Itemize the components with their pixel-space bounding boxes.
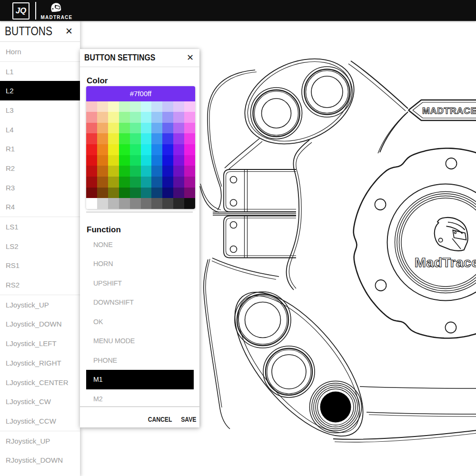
svg-text:MadTrace: MadTrace — [415, 255, 476, 270]
svg-text:MADTRACE: MADTRACE — [422, 106, 476, 116]
